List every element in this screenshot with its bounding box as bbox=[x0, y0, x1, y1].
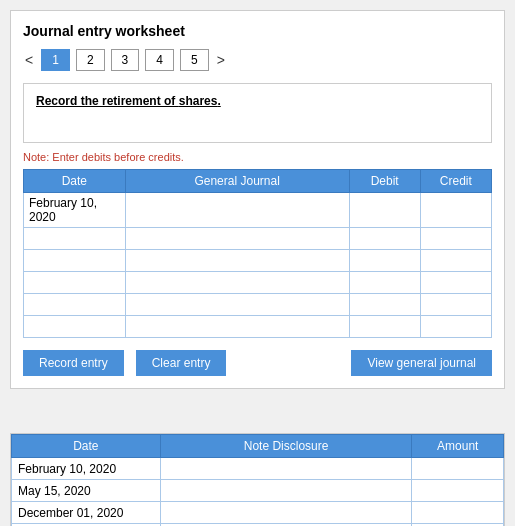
table-row bbox=[24, 294, 492, 316]
worksheet-container: Journal entry worksheet < 1 2 3 4 5 > Re… bbox=[10, 10, 505, 389]
table-row bbox=[24, 272, 492, 294]
disclosure-container: Date Note Disclosure Amount February 10,… bbox=[10, 433, 505, 526]
row3-credit-input[interactable] bbox=[426, 254, 486, 268]
row3-debit[interactable] bbox=[349, 250, 420, 272]
row6-credit-input[interactable] bbox=[426, 320, 486, 334]
row1-debit-input[interactable] bbox=[355, 203, 415, 217]
tab-5[interactable]: 5 bbox=[180, 49, 209, 71]
row5-credit-input[interactable] bbox=[426, 298, 486, 312]
disc-row2-amount[interactable] bbox=[412, 480, 504, 502]
row1-date: February 10, 2020 bbox=[24, 193, 126, 228]
col-header-date: Date bbox=[24, 170, 126, 193]
row5-debit[interactable] bbox=[349, 294, 420, 316]
instruction-text: Record the retirement of shares. bbox=[36, 94, 221, 108]
disclosure-table: Date Note Disclosure Amount February 10,… bbox=[11, 434, 504, 526]
row6-debit-input[interactable] bbox=[355, 320, 415, 334]
row2-debit-input[interactable] bbox=[355, 232, 415, 246]
row3-gj[interactable] bbox=[125, 250, 349, 272]
page-title: Journal entry worksheet bbox=[23, 23, 492, 39]
row3-gj-input[interactable] bbox=[131, 254, 344, 268]
row1-gj-input[interactable] bbox=[131, 203, 344, 217]
row4-gj[interactable] bbox=[125, 272, 349, 294]
disc-row1-note[interactable] bbox=[160, 458, 412, 480]
clear-entry-button[interactable]: Clear entry bbox=[136, 350, 227, 376]
row5-debit-input[interactable] bbox=[355, 298, 415, 312]
row2-credit[interactable] bbox=[420, 228, 491, 250]
disc-row1-amount-input[interactable] bbox=[418, 462, 497, 476]
disc-row3-note-input[interactable] bbox=[167, 506, 406, 520]
disc-row: December 01, 2020 bbox=[12, 502, 504, 524]
next-nav-button[interactable]: > bbox=[215, 52, 227, 68]
view-general-journal-button[interactable]: View general journal bbox=[351, 350, 492, 376]
disc-row1-amount[interactable] bbox=[412, 458, 504, 480]
disc-row2-note[interactable] bbox=[160, 480, 412, 502]
tab-4[interactable]: 4 bbox=[145, 49, 174, 71]
row1-gj[interactable] bbox=[125, 193, 349, 228]
row6-credit[interactable] bbox=[420, 316, 491, 338]
journal-table: Date General Journal Debit Credit Februa… bbox=[23, 169, 492, 338]
col-header-debit: Debit bbox=[349, 170, 420, 193]
disc-col-note: Note Disclosure bbox=[160, 435, 412, 458]
tab-1[interactable]: 1 bbox=[41, 49, 70, 71]
disc-row3-date: December 01, 2020 bbox=[12, 502, 161, 524]
row4-credit[interactable] bbox=[420, 272, 491, 294]
row4-gj-input[interactable] bbox=[131, 276, 344, 290]
spacer bbox=[10, 405, 505, 425]
row3-date bbox=[24, 250, 126, 272]
row1-debit[interactable] bbox=[349, 193, 420, 228]
tabs-row: < 1 2 3 4 5 > bbox=[23, 49, 492, 71]
row6-date bbox=[24, 316, 126, 338]
note-text: Note: Enter debits before credits. bbox=[23, 151, 492, 163]
row3-credit[interactable] bbox=[420, 250, 491, 272]
disc-row2-amount-input[interactable] bbox=[418, 484, 497, 498]
record-entry-button[interactable]: Record entry bbox=[23, 350, 124, 376]
disc-col-date: Date bbox=[12, 435, 161, 458]
disc-row1-note-input[interactable] bbox=[167, 462, 406, 476]
prev-nav-button[interactable]: < bbox=[23, 52, 35, 68]
row5-gj[interactable] bbox=[125, 294, 349, 316]
table-row bbox=[24, 228, 492, 250]
disc-row2-date: May 15, 2020 bbox=[12, 480, 161, 502]
table-row: February 10, 2020 bbox=[24, 193, 492, 228]
disc-row: May 15, 2020 bbox=[12, 480, 504, 502]
instruction-box: Record the retirement of shares. bbox=[23, 83, 492, 143]
row5-gj-input[interactable] bbox=[131, 298, 344, 312]
row1-credit-input[interactable] bbox=[426, 203, 486, 217]
col-header-gj: General Journal bbox=[125, 170, 349, 193]
row6-gj-input[interactable] bbox=[131, 320, 344, 334]
disc-row3-amount-input[interactable] bbox=[418, 506, 497, 520]
row4-debit[interactable] bbox=[349, 272, 420, 294]
row2-date bbox=[24, 228, 126, 250]
tab-3[interactable]: 3 bbox=[111, 49, 140, 71]
row6-gj[interactable] bbox=[125, 316, 349, 338]
row5-credit[interactable] bbox=[420, 294, 491, 316]
row5-date bbox=[24, 294, 126, 316]
disc-row: February 10, 2020 bbox=[12, 458, 504, 480]
row4-date bbox=[24, 272, 126, 294]
row2-gj[interactable] bbox=[125, 228, 349, 250]
table-row bbox=[24, 316, 492, 338]
disc-row3-amount[interactable] bbox=[412, 502, 504, 524]
row1-credit[interactable] bbox=[420, 193, 491, 228]
row2-gj-input[interactable] bbox=[131, 232, 344, 246]
row3-debit-input[interactable] bbox=[355, 254, 415, 268]
buttons-row: Record entry Clear entry View general jo… bbox=[23, 350, 492, 376]
row6-debit[interactable] bbox=[349, 316, 420, 338]
tab-2[interactable]: 2 bbox=[76, 49, 105, 71]
disc-row1-date: February 10, 2020 bbox=[12, 458, 161, 480]
row2-credit-input[interactable] bbox=[426, 232, 486, 246]
disc-row2-note-input[interactable] bbox=[167, 484, 406, 498]
row4-credit-input[interactable] bbox=[426, 276, 486, 290]
disc-col-amount: Amount bbox=[412, 435, 504, 458]
row4-debit-input[interactable] bbox=[355, 276, 415, 290]
col-header-credit: Credit bbox=[420, 170, 491, 193]
disc-row3-note[interactable] bbox=[160, 502, 412, 524]
row2-debit[interactable] bbox=[349, 228, 420, 250]
table-row bbox=[24, 250, 492, 272]
